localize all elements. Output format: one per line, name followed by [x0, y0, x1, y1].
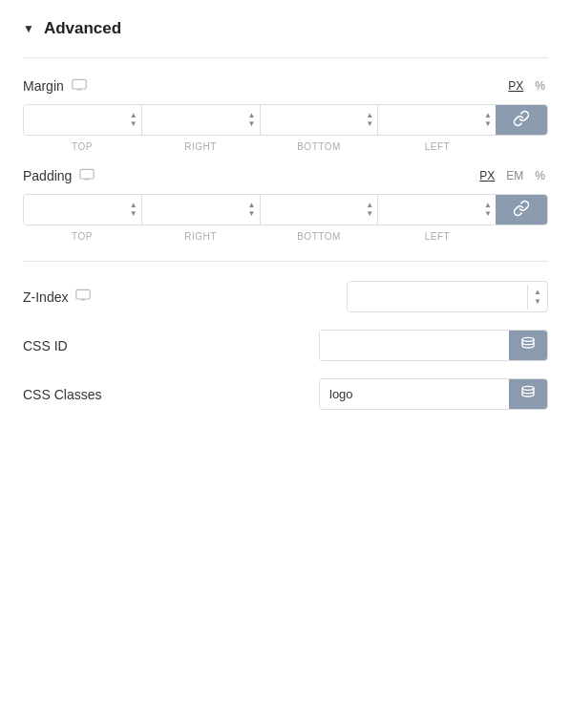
padding-section: Padding PX EM % ▲ ▼ — [23, 167, 548, 242]
margin-bottom-input[interactable] — [261, 105, 378, 135]
margin-bottom-up[interactable]: ▲ — [366, 112, 373, 119]
padding-unit-percent[interactable]: % — [532, 167, 548, 184]
cssid-field: CSS ID — [23, 330, 548, 361]
zindex-input[interactable] — [348, 282, 527, 311]
margin-unit-percent[interactable]: % — [532, 77, 548, 95]
margin-inputs-row: ▲ ▼ ▲ ▼ ▲ ▼ ▲ — [23, 104, 548, 136]
zindex-down[interactable]: ▼ — [534, 298, 541, 306]
margin-bottom-wrap: ▲ ▼ — [261, 105, 379, 135]
margin-section: Margin PX % ▲ ▼ — [23, 77, 548, 152]
margin-right-down[interactable]: ▼ — [248, 120, 256, 128]
padding-right-wrap: ▲ ▼ — [142, 195, 261, 225]
cssclasses-database-button[interactable] — [509, 379, 547, 409]
margin-field-row: Margin PX % — [23, 77, 548, 95]
margin-monitor-icon[interactable] — [72, 78, 87, 95]
margin-top-down[interactable]: ▼ — [130, 120, 137, 128]
svg-rect-0 — [73, 79, 86, 89]
padding-left-arrows: ▲ ▼ — [484, 202, 492, 218]
padding-label: Padding — [23, 168, 95, 184]
margin-top-wrap: ▲ ▼ — [24, 105, 142, 135]
padding-left-input[interactable] — [378, 195, 496, 225]
margin-left-label: LEFT — [378, 139, 497, 152]
padding-unit-em[interactable]: EM — [503, 167, 526, 184]
cssclasses-input[interactable] — [320, 379, 509, 409]
padding-top-up[interactable]: ▲ — [130, 202, 137, 209]
svg-point-9 — [522, 337, 534, 341]
padding-top-input[interactable] — [24, 195, 141, 225]
padding-unit-group: PX EM % — [476, 167, 548, 184]
margin-top-input[interactable] — [24, 105, 141, 135]
padding-labels-row: TOP RIGHT BOTTOM LEFT — [23, 229, 548, 242]
margin-labels-row: TOP RIGHT BOTTOM LEFT — [23, 139, 548, 152]
margin-left-up[interactable]: ▲ — [484, 112, 492, 119]
margin-right-label: RIGHT — [141, 139, 260, 152]
margin-right-wrap: ▲ ▼ — [142, 105, 261, 135]
cssclasses-label: CSS Classes — [23, 387, 101, 402]
margin-bottom-down[interactable]: ▼ — [366, 120, 373, 128]
cssid-database-icon — [520, 335, 536, 355]
padding-bottom-input[interactable] — [261, 195, 378, 225]
padding-bottom-wrap: ▲ ▼ — [261, 195, 379, 225]
padding-left-up[interactable]: ▲ — [484, 202, 492, 209]
zindex-monitor-icon[interactable] — [75, 289, 91, 305]
padding-left-down[interactable]: ▼ — [484, 210, 492, 218]
padding-left-label: LEFT — [378, 229, 497, 242]
cssclasses-field: CSS Classes — [23, 378, 548, 410]
margin-label-spacer — [497, 139, 548, 152]
padding-left-wrap: ▲ ▼ — [378, 195, 496, 225]
padding-bottom-label: BOTTOM — [260, 229, 378, 242]
chevron-icon[interactable]: ▼ — [23, 22, 34, 35]
cssid-label: CSS ID — [23, 338, 68, 353]
padding-label-spacer — [497, 229, 548, 242]
margin-label: Margin — [23, 78, 87, 95]
padding-bottom-arrows: ▲ ▼ — [366, 202, 373, 218]
padding-unit-px[interactable]: PX — [476, 167, 497, 184]
padding-right-down[interactable]: ▼ — [248, 210, 256, 218]
margin-left-down[interactable]: ▼ — [484, 120, 492, 128]
cssid-input[interactable] — [320, 331, 509, 360]
margin-link-button[interactable] — [496, 105, 547, 135]
svg-rect-6 — [76, 289, 90, 299]
margin-right-arrows: ▲ ▼ — [248, 112, 256, 128]
padding-right-up[interactable]: ▲ — [248, 202, 256, 209]
padding-top-label: TOP — [23, 229, 141, 242]
padding-right-label: RIGHT — [141, 229, 260, 242]
padding-top-down[interactable]: ▼ — [130, 210, 137, 218]
zindex-up[interactable]: ▲ — [534, 289, 541, 296]
margin-right-up[interactable]: ▲ — [248, 112, 256, 119]
margin-unit-px[interactable]: PX — [505, 77, 526, 95]
padding-bottom-up[interactable]: ▲ — [366, 202, 373, 209]
padding-right-input[interactable] — [142, 195, 260, 225]
header-divider — [23, 57, 548, 58]
zindex-input-wrap: ▲ ▼ — [347, 281, 548, 312]
margin-top-arrows: ▲ ▼ — [130, 112, 137, 128]
margin-right-input[interactable] — [142, 105, 260, 135]
padding-right-arrows: ▲ ▼ — [248, 202, 256, 218]
margin-bottom-arrows: ▲ ▼ — [366, 112, 373, 128]
section-header: ▼ Advanced — [23, 19, 548, 38]
advanced-panel: ▼ Advanced Margin PX % — [0, 0, 571, 446]
zindex-field: Z-Index ▲ ▼ — [23, 281, 548, 312]
cssclasses-database-icon — [520, 384, 536, 404]
zindex-arrows[interactable]: ▲ ▼ — [527, 285, 547, 310]
margin-left-input[interactable] — [378, 105, 496, 135]
padding-link-button[interactable] — [496, 195, 547, 225]
zindex-label: Z-Index — [23, 289, 91, 305]
padding-top-wrap: ▲ ▼ — [24, 195, 142, 225]
section-title: Advanced — [44, 19, 121, 38]
svg-rect-3 — [80, 169, 94, 179]
padding-inputs-row: ▲ ▼ ▲ ▼ ▲ ▼ ▲ — [23, 194, 548, 225]
margin-left-arrows: ▲ ▼ — [484, 112, 492, 128]
margin-unit-group: PX % — [505, 77, 548, 95]
padding-monitor-icon[interactable] — [79, 168, 95, 184]
margin-link-icon — [513, 110, 530, 131]
margin-top-up[interactable]: ▲ — [130, 112, 137, 119]
section-divider — [23, 261, 548, 262]
cssid-database-button[interactable] — [509, 331, 547, 360]
svg-point-10 — [522, 386, 534, 390]
padding-field-row: Padding PX EM % — [23, 167, 548, 184]
margin-bottom-label: BOTTOM — [260, 139, 378, 152]
padding-bottom-down[interactable]: ▼ — [366, 210, 373, 218]
margin-left-wrap: ▲ ▼ — [378, 105, 496, 135]
padding-top-arrows: ▲ ▼ — [130, 202, 137, 218]
